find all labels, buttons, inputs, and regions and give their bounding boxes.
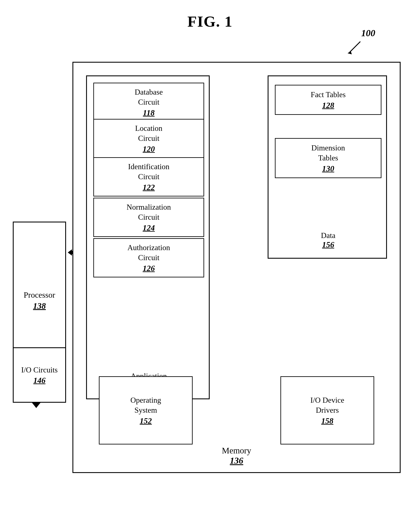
data-storage-box: Fact Tables 128 DimensionTables 130 Data… (268, 75, 387, 259)
os-label: OperatingSystem (130, 395, 161, 415)
system-box: DatabaseCircuit 118 LocationCircuit 120 … (72, 62, 401, 473)
identification-circuit-block: IdentificationCircuit 122 (93, 157, 204, 196)
system-ref-label: 100 (361, 28, 375, 38)
database-circuit-ref: 118 (96, 108, 201, 117)
memory-label: Memory 136 (222, 445, 251, 466)
memory-ref: 136 (230, 456, 243, 466)
fact-tables-ref: 128 (278, 101, 379, 110)
processor-label: Processor (24, 290, 55, 300)
authorization-circuit-block: AuthorizationCircuit 126 (93, 238, 204, 277)
svg-marker-2 (68, 249, 72, 256)
io-circuits-box: I/O Circuits 146 (13, 347, 66, 403)
location-circuit-block: LocationCircuit 120 (93, 119, 204, 158)
database-circuit-block: DatabaseCircuit 118 (93, 83, 204, 122)
normalization-circuit-block: NormalizationCircuit 124 (93, 198, 204, 237)
normalization-circuit-label: NormalizationCircuit (127, 203, 171, 221)
processor-ref: 138 (33, 301, 46, 311)
identification-circuit-ref: 122 (96, 183, 201, 192)
location-circuit-label: LocationCircuit (135, 124, 162, 142)
io-circuits-ref: 146 (33, 376, 45, 385)
io-drivers-box: I/O DeviceDrivers 158 (280, 376, 374, 445)
data-text-label: Data (321, 231, 335, 240)
fact-tables-block: Fact Tables 128 (275, 85, 382, 115)
data-ref: 156 (322, 240, 334, 249)
normalization-circuit-ref: 124 (96, 223, 201, 232)
authorization-circuit-label: AuthorizationCircuit (128, 243, 170, 262)
io-circuits-label: I/O Circuits (21, 365, 58, 375)
svg-marker-7 (32, 403, 40, 408)
os-ref: 152 (140, 416, 152, 425)
fact-tables-label: Fact Tables (311, 90, 346, 99)
authorization-circuit-ref: 126 (96, 264, 201, 273)
io-drivers-ref: 158 (321, 416, 333, 425)
data-label-section: Data 156 (269, 231, 388, 249)
memory-text: Memory (222, 446, 251, 455)
system-ref-arrow (345, 39, 362, 56)
svg-line-0 (350, 42, 360, 52)
dimension-tables-block: DimensionTables 130 (275, 138, 382, 178)
operating-system-box: OperatingSystem 152 (99, 376, 193, 445)
dimension-tables-label: DimensionTables (311, 144, 345, 162)
location-circuit-ref: 120 (96, 144, 201, 154)
cpu-column-box: DatabaseCircuit 118 LocationCircuit 120 … (86, 75, 210, 399)
io-drivers-label: I/O DeviceDrivers (310, 395, 344, 415)
dimension-tables-ref: 130 (278, 164, 379, 173)
figure-title: FIG. 1 (0, 0, 420, 30)
identification-circuit-label: IdentificationCircuit (128, 162, 169, 181)
database-circuit-label: DatabaseCircuit (135, 88, 163, 106)
